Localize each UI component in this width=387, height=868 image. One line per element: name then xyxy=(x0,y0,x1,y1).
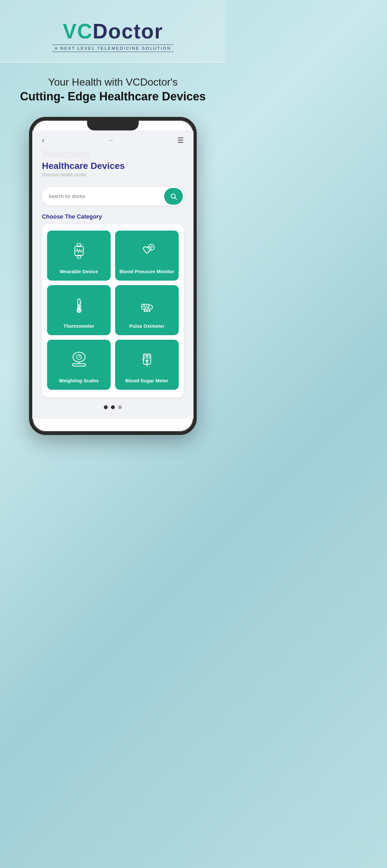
dot-2[interactable] xyxy=(111,405,115,409)
pagination-dots xyxy=(39,405,187,412)
grid-icon: ▪▪ xyxy=(109,137,113,144)
pulse-oximeter-label: Pulse Oximeter xyxy=(129,323,165,330)
phone-content: ‹ ▪▪ ☰ Welcome Healthcare Devices Germai… xyxy=(32,130,194,419)
phone-topbar: ‹ ▪▪ ☰ xyxy=(39,130,187,148)
dot-3[interactable] xyxy=(118,405,122,409)
blood-sugar-meter-label: Blood Sugar Meter xyxy=(126,377,168,384)
phone-mockup: ‹ ▪▪ ☰ Welcome Healthcare Devices Germai… xyxy=(29,117,197,435)
welcome-section: Welcome Healthcare Devices Germain healt… xyxy=(39,148,187,181)
thermometer-icon xyxy=(69,291,89,319)
blood-pressure-label: Blood Pressure Monitor xyxy=(119,268,174,275)
blood-sugar-icon xyxy=(137,346,157,374)
svg-rect-23 xyxy=(72,364,85,366)
svg-point-14 xyxy=(77,309,80,312)
search-button[interactable] xyxy=(164,188,183,205)
menu-icon[interactable]: ☰ xyxy=(177,136,184,145)
category-card: Wearable Device xyxy=(42,224,184,398)
category-grid: Wearable Device xyxy=(47,230,179,390)
svg-point-20 xyxy=(144,310,145,312)
headline-area: Your Health with VCDoctor's Cutting- Edg… xyxy=(0,63,226,111)
headline-line2: Cutting- Edge Healthcare Devices xyxy=(13,89,213,104)
blood-pressure-icon xyxy=(137,237,157,265)
svg-line-26 xyxy=(79,355,80,357)
subtitle: Germain health center xyxy=(42,172,184,177)
svg-line-1 xyxy=(175,197,176,199)
category-item-blood-sugar-meter[interactable]: Blood Sugar Meter xyxy=(115,340,179,390)
category-item-thermometer[interactable]: Thermometer xyxy=(47,285,111,335)
svg-point-33 xyxy=(146,356,148,357)
pulse-oximeter-icon xyxy=(137,291,157,319)
wearable-device-label: Wearable Device xyxy=(60,268,98,275)
svg-rect-35 xyxy=(146,361,148,366)
weighting-scales-label: Weighting Scales xyxy=(59,377,99,384)
welcome-text: Welcome xyxy=(42,148,184,160)
logo-tagline: A NEXT LEVEL TELEMEDICINE SOLUTION xyxy=(52,44,174,52)
search-input[interactable] xyxy=(42,188,163,204)
wearable-device-icon xyxy=(69,237,89,265)
svg-point-22 xyxy=(149,310,150,312)
headline-line1: Your Health with VCDoctor's xyxy=(13,75,213,89)
back-icon[interactable]: ‹ xyxy=(42,136,44,145)
weighting-scales-icon xyxy=(69,346,89,374)
category-item-pulse-oximeter[interactable]: Pulse Oximeter xyxy=(115,285,179,335)
thermometer-label: Thermometer xyxy=(64,323,95,330)
dot-1[interactable] xyxy=(104,405,108,409)
logo-doctor: Doctor xyxy=(93,20,163,43)
page-title: Healthcare Devices xyxy=(42,160,184,172)
svg-line-10 xyxy=(151,246,152,247)
category-item-weighting-scales[interactable]: Weighting Scales xyxy=(47,340,111,390)
phone-notch xyxy=(87,120,139,130)
category-label: Choose The Category xyxy=(42,213,184,220)
svg-point-21 xyxy=(146,310,148,312)
search-bar xyxy=(42,187,184,206)
category-item-wearable-device[interactable]: Wearable Device xyxy=(47,230,111,281)
phone-wrapper: ‹ ▪▪ ☰ Welcome Healthcare Devices Germai… xyxy=(23,117,203,435)
logo-vc: VC xyxy=(63,20,93,43)
category-item-blood-pressure-monitor[interactable]: Blood Pressure Monitor xyxy=(115,230,179,281)
logo: VC Doctor A NEXT LEVEL TELEMEDICINE SOLU… xyxy=(52,20,174,52)
header: VC Doctor A NEXT LEVEL TELEMEDICINE SOLU… xyxy=(0,0,226,62)
